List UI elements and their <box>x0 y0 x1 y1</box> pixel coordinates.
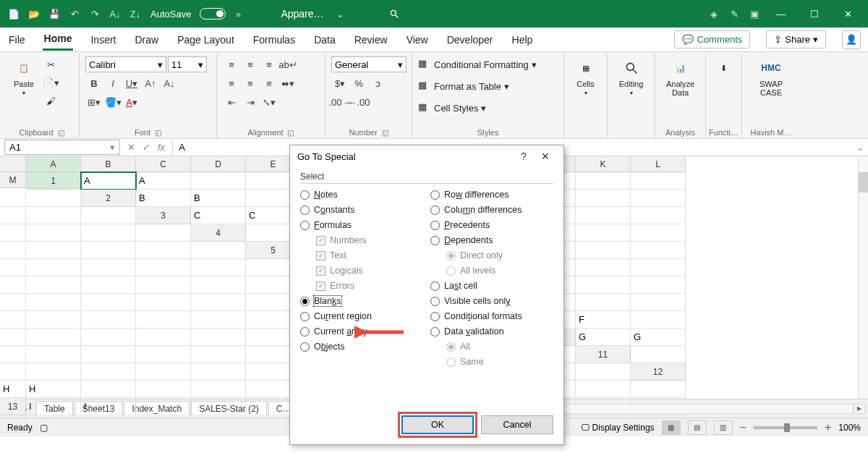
cell[interactable] <box>26 207 81 224</box>
underline-button[interactable]: U▾ <box>123 75 140 91</box>
col-header[interactable]: C <box>136 156 191 172</box>
redo-icon[interactable]: ↷ <box>87 6 103 22</box>
cell[interactable] <box>191 329 246 346</box>
cancel-button[interactable]: Cancel <box>481 415 553 434</box>
functi-button[interactable]: ⬇ <box>712 56 736 80</box>
cell[interactable] <box>81 363 136 381</box>
shrink-font-button[interactable]: A↓ <box>161 75 178 91</box>
indent-inc-icon[interactable]: ⇥ <box>242 94 259 110</box>
cell[interactable] <box>136 242 191 259</box>
cell[interactable] <box>26 311 81 329</box>
cell[interactable] <box>631 172 686 190</box>
radio-data-validation[interactable]: Data validation <box>430 326 553 337</box>
tab-view[interactable]: View <box>405 30 430 50</box>
row-header[interactable]: 2 <box>81 190 136 207</box>
cell[interactable] <box>136 329 191 346</box>
cell[interactable] <box>136 346 191 363</box>
align-bottom-icon[interactable]: ≡ <box>260 56 278 72</box>
cell[interactable] <box>191 346 246 363</box>
cell[interactable] <box>136 259 191 276</box>
cell[interactable] <box>26 294 81 311</box>
align-middle-icon[interactable]: ≡ <box>242 56 259 72</box>
radio-column-differences[interactable]: Column differences <box>430 205 553 215</box>
cell[interactable] <box>26 346 81 363</box>
tab-help[interactable]: Help <box>511 30 535 50</box>
cell[interactable] <box>26 259 81 276</box>
autosave-toggle[interactable] <box>200 8 226 20</box>
cell[interactable] <box>136 311 191 329</box>
row-header[interactable]: 11 <box>576 346 631 363</box>
cell[interactable] <box>0 190 26 207</box>
cell[interactable] <box>26 242 81 259</box>
radio-blanks[interactable]: Blanks <box>300 296 423 306</box>
number-format-combo[interactable]: General▾ <box>331 56 407 72</box>
copy-icon[interactable]: 📄▾ <box>42 75 59 90</box>
cut-icon[interactable]: ✂ <box>42 56 59 72</box>
cell[interactable] <box>81 224 136 242</box>
cell[interactable]: I <box>81 398 136 415</box>
col-header[interactable]: M <box>0 172 26 188</box>
cell[interactable] <box>0 207 26 224</box>
open-icon[interactable]: 📂 <box>26 6 42 22</box>
tray-icon[interactable]: ▣ <box>746 6 762 22</box>
cell[interactable] <box>191 172 246 190</box>
indent-dec-icon[interactable]: ⇤ <box>223 94 240 110</box>
cell[interactable]: B <box>136 190 191 207</box>
cell[interactable] <box>191 242 246 259</box>
cell[interactable] <box>0 242 26 259</box>
tab-review[interactable]: Review <box>353 30 389 50</box>
expand-formula-bar[interactable]: ⌄ <box>852 139 868 156</box>
clipboard-launcher[interactable]: ◱ <box>58 129 64 137</box>
cell[interactable] <box>0 346 26 363</box>
cell[interactable] <box>576 172 631 190</box>
cell[interactable] <box>631 276 686 294</box>
cell[interactable] <box>136 276 191 294</box>
cell[interactable] <box>191 398 246 415</box>
row-header[interactable]: 4 <box>191 224 246 242</box>
cell[interactable] <box>81 259 136 276</box>
cell[interactable] <box>576 207 631 224</box>
conditional-formatting-button[interactable]: ▦Conditional Formatting ▾ <box>418 56 558 72</box>
analyze-data-button[interactable]: 📊Analyze Data <box>661 56 699 98</box>
cell[interactable] <box>0 329 26 346</box>
bold-button[interactable]: B <box>85 75 103 91</box>
radio-objects[interactable]: Objects <box>300 342 423 352</box>
tab-data[interactable]: Data <box>312 30 337 50</box>
cell[interactable] <box>0 276 26 294</box>
col-header[interactable]: L <box>631 156 686 172</box>
cell[interactable] <box>0 363 26 381</box>
comma-button[interactable]: ͻ <box>369 75 386 91</box>
cell[interactable] <box>0 259 26 276</box>
col-header[interactable]: B <box>81 156 136 172</box>
font-size-combo[interactable]: 11▾ <box>168 56 207 72</box>
cell[interactable]: G <box>576 329 631 346</box>
cell[interactable] <box>191 311 246 329</box>
cell[interactable] <box>26 190 81 207</box>
select-all-corner[interactable] <box>0 156 26 172</box>
close-button[interactable]: ✕ <box>833 4 862 24</box>
align-center-icon[interactable]: ≡ <box>242 75 259 91</box>
cell[interactable] <box>631 294 686 311</box>
vertical-scrollbar[interactable] <box>858 156 868 399</box>
sort-desc-icon[interactable]: Z↓ <box>127 6 143 22</box>
tab-insert[interactable]: Insert <box>89 30 117 50</box>
font-launcher[interactable]: ◱ <box>155 129 161 137</box>
italic-button[interactable]: I <box>104 75 122 91</box>
cell[interactable] <box>576 363 631 381</box>
cell[interactable] <box>136 294 191 311</box>
font-name-combo[interactable]: Calibri▾ <box>85 56 166 72</box>
cell[interactable] <box>576 224 631 242</box>
cell[interactable] <box>576 276 631 294</box>
cell[interactable] <box>26 363 81 381</box>
editing-button[interactable]: Editing▾ <box>613 56 649 98</box>
name-box[interactable]: A1▾ <box>4 140 120 155</box>
cell[interactable] <box>576 259 631 276</box>
tab-pagelayout[interactable]: Page Layout <box>176 30 236 50</box>
enter-formula-icon[interactable]: ✓ <box>142 142 150 153</box>
radio-current-region[interactable]: Current region <box>300 311 423 321</box>
ok-button[interactable]: OK <box>401 415 474 434</box>
cell[interactable] <box>631 381 686 398</box>
col-header[interactable]: K <box>576 156 631 172</box>
save-icon[interactable]: 💾 <box>46 6 62 22</box>
share-button[interactable]: ⇪ Share ▾ <box>766 30 826 48</box>
